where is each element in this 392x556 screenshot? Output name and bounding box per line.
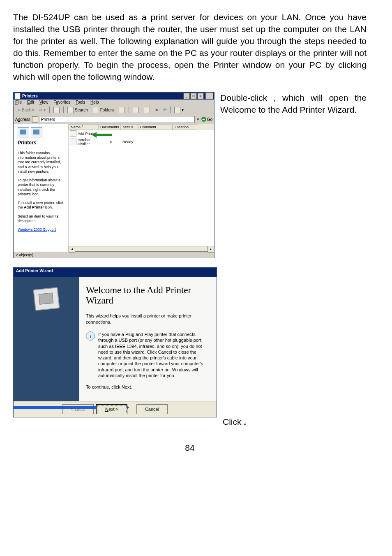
toolbar: ⇦ Back ▾ ⇨ ▾ Search Folders ✕ ↶ ▾ <box>14 105 214 115</box>
add-printer-icon <box>70 130 76 137</box>
tool-icon[interactable] <box>131 106 141 114</box>
address-icon <box>32 116 38 123</box>
printer-icon <box>70 139 76 145</box>
left-panel: Printers This folder contains informatio… <box>14 124 69 252</box>
intro-text-c: which will open the following window. <box>13 72 154 81</box>
menu-file[interactable]: File <box>15 100 22 104</box>
wizard-heading: Welcome to the Add Printer Wizard <box>86 285 209 306</box>
address-bar: Address ▼ ➜Go <box>14 115 214 124</box>
wizard-title: Add Printer Wizard <box>14 268 217 277</box>
scroll-right-icon[interactable]: ▸ <box>208 246 214 253</box>
wizard-button-row: < Back Next > Cancel <box>14 401 217 417</box>
menu-help[interactable]: Help <box>90 100 99 104</box>
history-button[interactable] <box>117 106 127 114</box>
back-button[interactable]: ⇦ Back ▾ <box>15 106 36 114</box>
toolbar-divider <box>63 107 64 113</box>
menu-bar: File Edit View Favorites Tools Help <box>14 100 214 105</box>
toolbar-divider <box>170 107 171 113</box>
wizard-text: This wizard helps you install a printer … <box>86 313 209 325</box>
printers-title: Printers <box>22 94 183 98</box>
callout-arrow-icon <box>92 132 97 138</box>
toolbar-divider <box>49 107 50 113</box>
wizard-sidebar <box>14 277 79 401</box>
printer-large-icon <box>18 127 29 137</box>
search-button[interactable]: Search <box>65 106 90 114</box>
up-button[interactable] <box>51 106 62 114</box>
col-comment[interactable]: Comment <box>138 124 173 130</box>
col-name[interactable]: Name / <box>69 124 98 130</box>
close-button[interactable]: × <box>197 93 204 99</box>
address-input[interactable] <box>40 116 195 123</box>
folders-button[interactable]: Folders <box>91 106 116 114</box>
col-status[interactable]: Status <box>121 124 138 130</box>
printer-list: Name / Documents Status Comment Location… <box>69 124 214 252</box>
address-label: Address <box>15 117 30 122</box>
menu-tools[interactable]: Tools <box>76 100 85 104</box>
go-button[interactable]: ➜Go <box>201 117 212 122</box>
titlebar: Printers _ □ × <box>14 93 214 100</box>
panel-text: To get information about a printer that … <box>18 178 65 197</box>
col-documents[interactable]: Documents <box>98 124 121 130</box>
panel-text: This folder contains information about p… <box>18 151 65 174</box>
minimize-button[interactable]: _ <box>183 93 190 99</box>
menu-edit[interactable]: Edit <box>27 100 34 104</box>
printers-titlebar-icon <box>14 93 21 99</box>
menu-favorites[interactable]: Favorites <box>53 100 70 104</box>
maximize-button[interactable]: □ <box>190 93 197 99</box>
next-button[interactable]: Next > <box>96 404 127 414</box>
tool-icon[interactable] <box>142 106 152 114</box>
intro-paragraph: The DI-524UP can be used as a print serv… <box>13 12 367 83</box>
status-bar: 2 object(s) <box>14 252 214 258</box>
add-printer-item[interactable]: Add Printer <box>69 130 214 137</box>
printer-large-icon <box>31 127 42 137</box>
printers-window: Printers _ □ × File Edit View Favorites … <box>13 92 214 258</box>
add-printer-wizard-window: Add Printer Wizard Welcome to the Add Pr… <box>13 267 217 417</box>
wizard-text: To continue, click Next. <box>86 384 209 390</box>
forward-button[interactable]: ⇨ ▾ <box>37 106 48 114</box>
right-caption-2: Click . <box>223 267 367 428</box>
panel-text: Select an item to view its description. <box>18 214 65 224</box>
win-logo-icon <box>205 93 213 99</box>
delete-icon[interactable]: ✕ <box>153 106 160 114</box>
h-scrollbar[interactable]: ◂ ▸ <box>69 246 214 252</box>
cancel-button[interactable]: Cancel <box>136 404 168 414</box>
page-number: 84 <box>13 443 367 453</box>
right-caption-1: Double-click , which will open the Welco… <box>220 92 367 258</box>
menu-view[interactable]: View <box>39 100 48 104</box>
wizard-info-text: If you have a Plug and Play printer that… <box>98 331 209 378</box>
scroll-left-icon[interactable]: ◂ <box>69 246 75 253</box>
col-location[interactable]: Location <box>173 124 197 130</box>
undo-icon[interactable]: ↶ <box>161 106 168 114</box>
toolbar-divider <box>129 107 129 113</box>
info-icon: i <box>86 331 95 341</box>
panel-text: To install a new printer, click the Add … <box>18 201 65 210</box>
views-button[interactable]: ▾ <box>172 106 186 114</box>
panel-title: Printers <box>18 140 65 146</box>
support-link[interactable]: Windows 2000 Support <box>18 227 56 232</box>
printer-item[interactable]: Acrobat Distiller 0 Ready <box>69 137 214 146</box>
wizard-printer-icon <box>33 287 60 311</box>
